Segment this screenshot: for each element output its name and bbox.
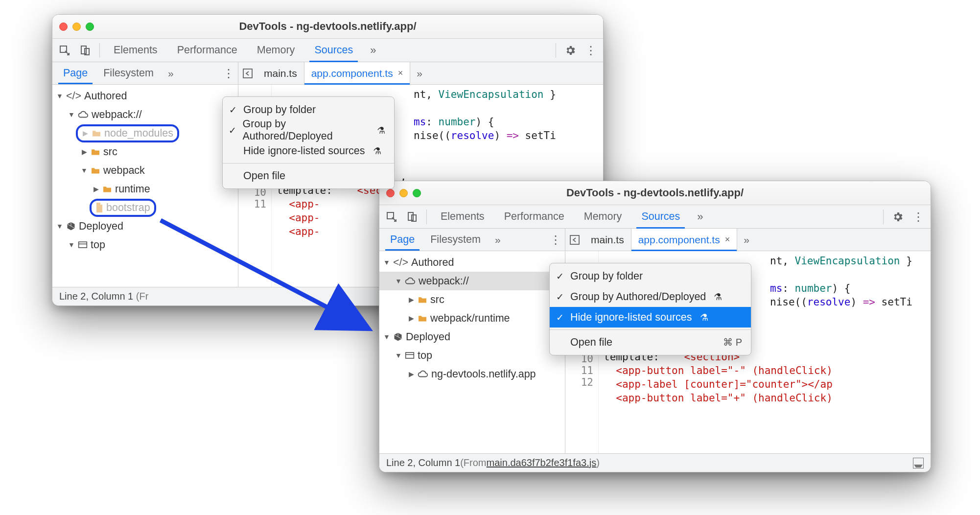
titlebar: DevTools - ng-devtools.netlify.app/ xyxy=(379,181,931,205)
cursor-position: Line 2, Column 1 xyxy=(386,457,460,468)
tree-webpack-runtime[interactable]: ▶webpack/runtime xyxy=(379,309,565,328)
menu-open-file[interactable]: Open file⌘ P xyxy=(550,332,751,352)
tree-deployed[interactable]: ▼Deployed xyxy=(379,328,565,346)
maximize-window-icon[interactable] xyxy=(413,189,421,197)
tree-top[interactable]: ▼top xyxy=(379,346,565,365)
editor-tabs: main.ts app.component.ts× » xyxy=(238,62,603,84)
menu-group-folder[interactable]: ✓Group by folder xyxy=(550,266,751,286)
traffic-lights xyxy=(386,189,421,197)
editor-tab-appcomponent[interactable]: app.component.ts× xyxy=(304,62,410,84)
kebab-menu-icon[interactable]: ⋮ xyxy=(582,41,600,60)
device-toggle-icon[interactable] xyxy=(76,41,94,60)
close-window-icon[interactable] xyxy=(386,189,395,197)
tab-performance[interactable]: Performance xyxy=(495,205,573,228)
tree-webpack[interactable]: ▼webpack:// xyxy=(379,272,565,290)
tab-sources[interactable]: Sources xyxy=(305,39,362,62)
editor-tab-label: main.ts xyxy=(264,68,297,79)
navigator-tabs: Page Filesystem » ⋮ xyxy=(52,62,238,84)
editor-tab-label: app.component.ts xyxy=(638,234,720,246)
svg-rect-4 xyxy=(243,69,252,78)
close-window-icon[interactable] xyxy=(59,23,68,31)
tree-runtime[interactable]: ▶runtime xyxy=(52,180,238,198)
menu-separator xyxy=(223,163,394,164)
overflow-subtabs-icon[interactable]: » xyxy=(162,64,180,83)
overflow-editor-tabs-icon[interactable]: » xyxy=(410,64,429,83)
close-icon[interactable]: × xyxy=(398,68,403,78)
tree-authored[interactable]: ▼</>Authored xyxy=(52,87,238,105)
editor-tabs: main.ts app.component.ts× » xyxy=(565,229,931,251)
select-element-icon[interactable] xyxy=(55,41,74,60)
tab-memory[interactable]: Memory xyxy=(575,205,631,228)
tree-node-modules[interactable]: ▶ node_modules xyxy=(52,124,238,142)
tree-cloud-site[interactable]: ▶ng-devtools.netlify.app xyxy=(379,365,565,383)
window-title: DevTools - ng-devtools.netlify.app/ xyxy=(566,187,744,199)
menu-group-authored[interactable]: ✓Group by Authored/Deployed⚗ xyxy=(550,286,751,307)
tree-src[interactable]: ▶src xyxy=(379,290,565,309)
minimize-window-icon[interactable] xyxy=(72,23,81,31)
kebab-menu-icon[interactable]: ⋮ xyxy=(909,208,928,226)
editor-tab-main[interactable]: main.ts xyxy=(257,62,304,84)
navigator-menu-icon[interactable]: ⋮ xyxy=(219,64,238,83)
tree-src[interactable]: ▶src xyxy=(52,142,238,161)
flask-icon: ⚗ xyxy=(714,291,722,303)
separator xyxy=(883,210,884,224)
svg-line-0 xyxy=(161,220,365,327)
menu-hide-ignore[interactable]: ✓Hide ignore-listed sources⚗ xyxy=(550,307,751,328)
nav-back-icon[interactable] xyxy=(565,231,584,249)
editor-tab-main[interactable]: main.ts xyxy=(584,229,631,251)
tab-elements[interactable]: Elements xyxy=(105,39,166,62)
nav-back-icon[interactable] xyxy=(238,64,257,83)
subtab-page[interactable]: Page xyxy=(55,62,95,84)
select-element-icon[interactable] xyxy=(382,208,401,226)
editor-tab-appcomponent[interactable]: app.component.ts× xyxy=(631,229,737,251)
highlight-annotation: bootstrap xyxy=(90,199,156,217)
gear-icon[interactable] xyxy=(888,208,907,226)
menu-group-folder[interactable]: ✓Group by folder xyxy=(223,99,394,120)
window-title: DevTools - ng-devtools.netlify.app/ xyxy=(239,20,416,33)
toolbar: Elements Performance Memory Sources » ⋮ xyxy=(379,205,931,229)
tree-webpack[interactable]: ▼webpack:// xyxy=(52,105,238,124)
tree-authored[interactable]: ▼</>Authored xyxy=(379,253,565,272)
tab-elements[interactable]: Elements xyxy=(432,205,493,228)
tab-performance[interactable]: Performance xyxy=(168,39,246,62)
maximize-window-icon[interactable] xyxy=(86,23,94,31)
context-menu: ✓Group by folder ✓Group by Authored/Depl… xyxy=(549,263,751,355)
titlebar: DevTools - ng-devtools.netlify.app/ xyxy=(52,15,603,39)
context-menu: ✓Group by folder ✓Group by Authored/Depl… xyxy=(222,96,395,189)
traffic-lights xyxy=(59,23,94,31)
overflow-tabs-icon[interactable]: » xyxy=(364,41,382,60)
menu-separator xyxy=(550,329,751,330)
tree-webpack-folder[interactable]: ▼webpack xyxy=(52,161,238,180)
separator xyxy=(99,43,100,58)
overflow-tabs-icon[interactable]: » xyxy=(691,208,709,226)
statusbar: Line 2, Column 1 (From main.da63f7b2fe3f… xyxy=(379,453,931,472)
svg-rect-5 xyxy=(79,242,87,248)
sources-subbar: Page Filesystem » ⋮ main.ts app.componen… xyxy=(52,62,603,85)
minimize-window-icon[interactable] xyxy=(399,189,408,197)
tab-memory[interactable]: Memory xyxy=(248,39,304,62)
drawer-toggle-icon[interactable] xyxy=(913,458,924,468)
menu-open-file[interactable]: Open file xyxy=(223,165,394,186)
subtab-page[interactable]: Page xyxy=(382,229,422,251)
file-tree: ▼</>Authored ▼webpack:// ▶src ▶webpack/r… xyxy=(379,251,565,453)
menu-group-authored[interactable]: ✓Group by Authored/Deployed⚗ xyxy=(223,120,394,140)
menu-hide-ignore[interactable]: Hide ignore-listed sources⚗ xyxy=(223,140,394,161)
tab-sources[interactable]: Sources xyxy=(632,205,689,228)
overflow-subtabs-icon[interactable]: » xyxy=(489,231,507,249)
overflow-editor-tabs-icon[interactable]: » xyxy=(737,231,756,249)
close-icon[interactable]: × xyxy=(725,234,730,245)
svg-rect-10 xyxy=(570,235,579,244)
svg-rect-11 xyxy=(406,352,414,358)
device-toggle-icon[interactable] xyxy=(403,208,421,226)
menu-shortcut: ⌘ P xyxy=(723,336,742,348)
subtab-filesystem[interactable]: Filesystem xyxy=(95,62,162,84)
subtab-filesystem[interactable]: Filesystem xyxy=(422,229,489,251)
sources-subbar: Page Filesystem » ⋮ main.ts app.componen… xyxy=(379,229,931,251)
source-map-link[interactable]: main.da63f7b2fe3f1fa3.js xyxy=(487,457,597,468)
highlight-annotation: ▶ node_modules xyxy=(76,124,179,142)
gear-icon[interactable] xyxy=(561,41,580,60)
editor-tab-label: main.ts xyxy=(591,234,624,246)
separator xyxy=(556,43,556,58)
navigator-menu-icon[interactable]: ⋮ xyxy=(546,231,565,249)
devtools-window-after: DevTools - ng-devtools.netlify.app/ Elem… xyxy=(379,181,931,472)
